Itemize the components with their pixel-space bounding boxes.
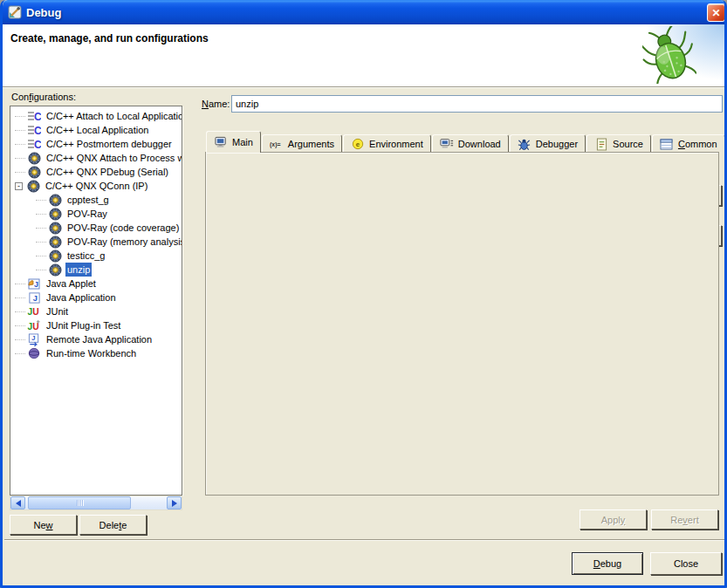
revert-button[interactable]: Revert xyxy=(651,509,718,530)
junit-icon: JU xyxy=(27,304,41,318)
tree-item-label: cpptest_g xyxy=(65,193,111,207)
tree-guide xyxy=(15,172,25,173)
svg-text:JU: JU xyxy=(28,307,39,317)
tab-arguments[interactable]: (x)=Arguments xyxy=(262,134,342,153)
tree-item-label: POV-Ray (memory analysis) xyxy=(65,235,182,249)
qnx-icon xyxy=(48,221,62,235)
tab-label: Environment xyxy=(369,139,423,149)
qnx-icon xyxy=(26,179,40,193)
scroll-right-arrow-icon[interactable] xyxy=(167,496,182,509)
workbench-icon xyxy=(27,346,41,360)
tree-guide xyxy=(15,130,25,131)
tree-item-label: C/C++ QNX PDebug (Serial) xyxy=(45,165,170,179)
svg-text:C: C xyxy=(34,111,41,123)
tree-item-label: Remote Java Application xyxy=(45,332,154,346)
tree-horizontal-scrollbar[interactable] xyxy=(10,496,182,510)
svg-text:J: J xyxy=(31,334,35,342)
svg-text:C: C xyxy=(34,139,41,151)
tree-item-c-c-qnx-qconn-ip[interactable]: -C/C++ QNX QConn (IP) xyxy=(10,179,182,193)
environment-icon: e xyxy=(351,137,365,151)
qnx-icon xyxy=(27,151,41,165)
tree-item-pov-ray[interactable]: POV-Ray xyxy=(10,207,182,221)
tree-item-pov-ray-code-coverage[interactable]: POV-Ray (code coverage) xyxy=(10,221,182,235)
tab-environment[interactable]: eEnvironment xyxy=(343,134,431,153)
delete-button[interactable]: Delete xyxy=(79,515,147,535)
java-app-icon: J xyxy=(27,291,41,304)
tab-download[interactable]: Download xyxy=(432,134,509,153)
tree-item-pov-ray-memory-analysis[interactable]: POV-Ray (memory analysis) xyxy=(10,235,182,249)
tree-item-c-c-qnx-attach-to-process-w[interactable]: C/C++ QNX Attach to Process w xyxy=(10,151,182,165)
name-input[interactable] xyxy=(231,95,723,113)
tree-item-junit[interactable]: JUJUnit xyxy=(10,304,182,318)
tree-guide xyxy=(36,270,46,270)
configurations-tree: CC/C++ Attach to Local ApplicationCC/C++… xyxy=(10,106,182,360)
tree-item-label: Java Application xyxy=(45,291,118,304)
collapse-minus-icon[interactable]: - xyxy=(15,182,23,190)
qnx-icon xyxy=(48,263,62,277)
tab-label: Common xyxy=(678,139,717,149)
tree-item-label: C/C++ QNX Attach to Process w xyxy=(45,151,182,165)
tree-item-label: C/C++ QNX QConn (IP) xyxy=(44,179,149,193)
debug-button[interactable]: Debug xyxy=(572,552,643,575)
svg-text:(x)=: (x)= xyxy=(270,141,280,148)
tree-item-c-c-qnx-pdebug-serial[interactable]: C/C++ QNX PDebug (Serial) xyxy=(10,165,182,179)
remote-java-icon: J xyxy=(27,332,41,346)
name-label: Name: xyxy=(202,99,230,109)
tree-item-java-applet[interactable]: JJava Applet xyxy=(10,277,182,291)
tree-item-label: C/C++ Postmortem debugger xyxy=(45,137,174,151)
tab-content-panel xyxy=(205,152,719,496)
scrollbar-thumb[interactable] xyxy=(28,496,131,509)
tab-debugger[interactable]: Debugger xyxy=(510,134,586,153)
tree-item-c-c-attach-to-local-application[interactable]: CC/C++ Attach to Local Application xyxy=(10,109,182,123)
java-applet-icon: J xyxy=(27,277,41,291)
tree-guide xyxy=(36,242,46,243)
tab-common[interactable]: Common xyxy=(652,134,725,153)
tree-item-c-c-postmortem-debugger[interactable]: CC/C++ Postmortem debugger xyxy=(10,137,182,151)
junit-plugin-icon: JU xyxy=(27,318,41,332)
tree-item-label: POV-Ray (code coverage) xyxy=(65,221,181,235)
source-icon xyxy=(594,137,608,151)
download-icon xyxy=(440,137,454,151)
tree-item-junit-plug-in-test[interactable]: JUJUnit Plug-in Test xyxy=(10,318,182,332)
svg-text:C: C xyxy=(34,125,41,137)
tree-item-cpptest-g[interactable]: cpptest_g xyxy=(10,193,182,207)
tree-item-label: C/C++ Attach to Local Application xyxy=(45,109,182,123)
tree-item-unzip[interactable]: unzip xyxy=(10,263,182,277)
apply-button[interactable]: Apply xyxy=(580,509,647,530)
tree-item-testicc-g[interactable]: testicc_g xyxy=(10,249,182,263)
tree-guide xyxy=(36,228,46,229)
close-window-button[interactable]: ✕ xyxy=(707,3,725,22)
svg-text:e: e xyxy=(356,140,360,148)
tree-item-label: POV-Ray xyxy=(65,207,109,221)
tab-source[interactable]: Source xyxy=(586,134,651,153)
tree-guide xyxy=(15,339,25,340)
tree-item-c-c-local-application[interactable]: CC/C++ Local Application xyxy=(10,123,182,137)
close-button[interactable]: Close xyxy=(650,552,722,575)
tree-guide xyxy=(36,200,46,201)
tree-item-label: JUnit xyxy=(45,304,70,318)
qnx-icon xyxy=(27,165,41,179)
tab-main[interactable]: Main xyxy=(206,131,261,153)
arguments-icon: (x)= xyxy=(270,137,284,151)
tree-guide xyxy=(15,353,25,354)
tab-label: Arguments xyxy=(288,139,334,149)
qnx-icon xyxy=(48,235,62,249)
tree-item-label: C/C++ Local Application xyxy=(45,123,150,137)
tree-item-label: JUnit Plug-in Test xyxy=(45,318,122,332)
dialog-description: Create, manage, and run configurations xyxy=(10,32,209,44)
configurations-tree-panel: CC/C++ Attach to Local ApplicationCC/C++… xyxy=(10,106,182,496)
tree-item-label: testicc_g xyxy=(65,249,106,263)
tree-item-label: Java Applet xyxy=(45,277,98,291)
tree-guide xyxy=(15,297,25,298)
tree-item-run-time-workbench[interactable]: Run-time Workbench xyxy=(10,346,182,360)
new-button[interactable]: New xyxy=(10,515,77,535)
title-bar[interactable]: Debug ✕ xyxy=(3,0,727,24)
tree-item-remote-java-application[interactable]: JRemote Java Application xyxy=(10,332,182,346)
tree-guide xyxy=(15,158,25,159)
scroll-left-arrow-icon[interactable] xyxy=(10,496,25,509)
dialog-header-banner: Create, manage, and run configurations xyxy=(3,24,724,87)
tree-item-java-application[interactable]: JJava Application xyxy=(10,291,182,304)
tree-guide xyxy=(15,284,25,284)
svg-text:JU: JU xyxy=(28,322,39,332)
qnx-icon xyxy=(48,207,62,221)
